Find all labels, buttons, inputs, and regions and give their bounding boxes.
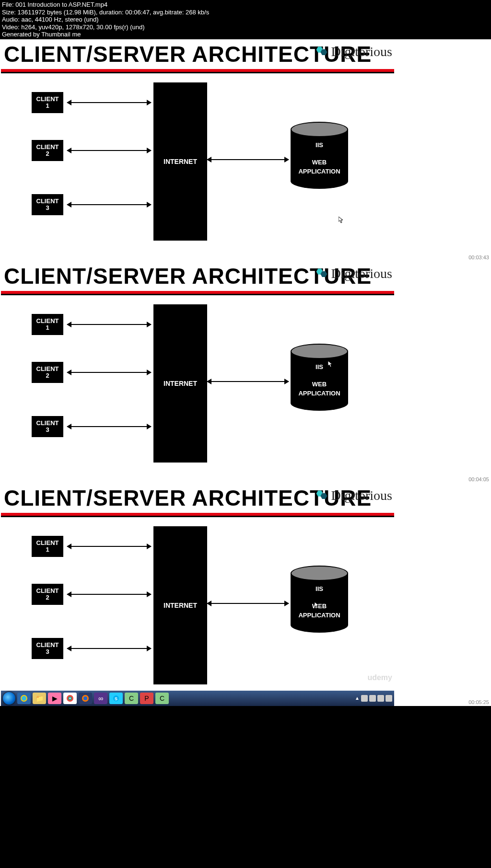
powerpoint-icon[interactable]: P [140,693,153,704]
arrow-client3-internet [67,426,151,427]
client-3-box: CLIENT 3 [32,194,63,215]
server-cylinder: IIS WEB APPLICATION [291,566,348,633]
meta-audio: Audio: aac, 44100 Hz, stereo (und) [2,16,489,23]
chrome-icon[interactable] [63,693,77,704]
hex-icon [316,268,328,279]
arrow-internet-server [207,381,289,382]
brand-logo: Digitorious [316,44,392,59]
udemy-watermark: udemy [367,673,392,682]
svg-point-12 [83,696,87,700]
tray-icon[interactable] [377,695,384,702]
arrow-client3-internet [67,648,151,649]
arrow-internet-server [207,603,289,604]
client-2-box: CLIENT 2 [32,140,63,161]
cursor-icon [339,217,343,223]
server-cylinder: IIS WEB APPLICATION [291,344,348,411]
internet-box: INTERNET [153,526,207,684]
client-1-box: CLIENT1 [32,536,63,557]
tray-volume-icon[interactable] [386,695,392,702]
brand-text: Digitorious [331,266,392,281]
client-2-box: CLIENT2 [32,584,63,605]
arrow-client1-internet [67,324,151,325]
cursor-icon [315,602,319,609]
brand-logo: Digitorious [316,266,392,281]
windows-taskbar[interactable]: 📁 ▶ ∞ S C P C ▲ [1,691,394,706]
ie-icon[interactable] [17,693,31,704]
timestamp-2: 00:04:05 [468,476,489,482]
arrow-client2-internet [67,150,151,151]
client-1-box: CLIENT1 [32,314,63,335]
arrow-client3-internet [67,204,151,205]
thumbnail-1: CLIENT/SERVER ARCHITECTURE Digitorious C… [1,39,394,261]
client-3-box: CLIENT3 [32,416,63,437]
cursor-icon [328,361,333,368]
system-tray[interactable]: ▲ [355,695,392,702]
arrow-client2-internet [67,594,151,595]
file-metadata: File: 001 Introduction to ASP.NET.mp4 Si… [0,0,491,39]
tray-icon[interactable] [361,695,368,702]
black-divider [1,72,394,73]
tray-chevron-icon[interactable]: ▲ [355,695,360,701]
skype-icon[interactable]: S [109,693,123,704]
app-icon-1[interactable]: C [125,693,138,704]
internet-box: INTERNET [153,82,207,241]
client-2-box: CLIENT2 [32,362,63,383]
arrow-client2-internet [67,372,151,373]
timestamp-1: 00:03:43 [468,255,489,260]
svg-point-10 [70,698,71,699]
brand-text: Digitorious [331,488,392,503]
svg-text:S: S [115,696,117,701]
svg-point-6 [21,695,27,701]
visual-studio-icon[interactable]: ∞ [94,693,107,704]
meta-file: File: 001 Introduction to ASP.NET.mp4 [2,1,489,9]
client-3-box: CLIENT3 [32,638,63,659]
server-cylinder: IIS WEB APPLICATION [291,122,348,189]
tray-icon[interactable] [369,695,376,702]
black-divider [1,294,394,295]
hex-icon [316,46,328,57]
media-player-icon[interactable]: ▶ [48,693,61,704]
hex-icon [316,490,328,501]
start-button[interactable] [3,692,15,705]
arrow-internet-server [207,159,289,160]
meta-generated: Generated by Thumbnail me [2,31,489,38]
explorer-icon[interactable]: 📁 [33,693,46,704]
meta-video: Video: h264, yuv420p, 1278x720, 30.00 fp… [2,23,489,31]
app-icon-2[interactable]: C [155,693,169,704]
timestamp-3: 00:05:25 [468,699,489,705]
arrow-client1-internet [67,546,151,547]
arrow-client1-internet [67,102,151,103]
internet-box: INTERNET [153,304,207,463]
thumbnail-2: CLIENT/SERVER ARCHITECTURE Digitorious C… [1,261,394,483]
brand-logo: Digitorious [316,488,392,503]
black-divider [1,516,394,517]
firefox-icon[interactable] [79,693,92,704]
thumbnail-3: CLIENT/SERVER ARCHITECTURE Digitorious C… [1,483,394,691]
client-1-box: CLIENT 1 [32,92,63,113]
meta-size: Size: 13611972 bytes (12.98 MiB), durati… [2,9,489,16]
brand-text: Digitorious [331,44,392,59]
